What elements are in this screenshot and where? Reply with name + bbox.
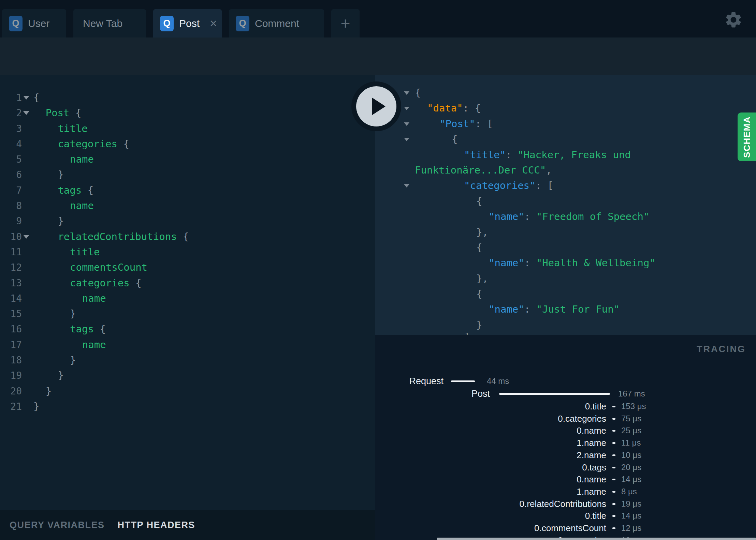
query-badge-icon: Q — [160, 16, 174, 31]
code-text: Post { — [46, 105, 82, 121]
tracing-resolver-time: 167 ms — [618, 388, 645, 400]
tracing-field-time: 19 μs — [621, 498, 641, 510]
query-line: 9} — [0, 213, 375, 229]
tracing-field-label: 0.relatedContributions — [520, 498, 606, 510]
tab-bar: QUserNew TabQPost×QComment + — [0, 0, 756, 38]
fold-arrow-icon[interactable] — [404, 122, 409, 126]
tracing-field-bar — [612, 406, 615, 407]
tracing-request-row: Request 44 ms — [375, 375, 756, 387]
tracing-field-label: 0.title — [585, 400, 606, 412]
fold-arrow-icon[interactable] — [404, 91, 409, 95]
code-text: } — [58, 213, 63, 229]
code-text: } — [33, 399, 39, 414]
execute-button[interactable] — [351, 81, 401, 131]
query-line: 7tags { — [0, 183, 375, 198]
query-line: 12commentsCount — [0, 260, 375, 275]
line-number: 11 — [0, 244, 22, 260]
response-line: }, — [375, 271, 756, 286]
tracing-field-row: 2.name10 μs — [375, 449, 756, 461]
code-text: }, — [476, 271, 488, 286]
horizontal-scrollbar[interactable] — [437, 538, 756, 540]
tracing-request-bar — [451, 380, 475, 382]
response-line: { — [375, 85, 756, 101]
response-line: }, — [375, 225, 756, 240]
code-text: name — [70, 152, 94, 167]
fold-arrow-icon[interactable] — [404, 184, 409, 188]
tracing-field-label: 0.name — [577, 424, 606, 437]
query-line: 14name — [0, 291, 375, 306]
line-number: 17 — [0, 337, 22, 352]
line-number: 6 — [0, 167, 22, 182]
response-line: Funktionäre...Der CCC", — [375, 163, 756, 178]
tab-post[interactable]: QPost× — [153, 9, 222, 38]
response-line: "title": "Hacker, Freaks und — [375, 147, 756, 163]
response-lines: {"data": {"Post": [{"title": "Hacker, Fr… — [375, 85, 756, 335]
fold-arrow-icon[interactable] — [23, 235, 29, 239]
tracing-field-bar — [612, 418, 615, 420]
code-text: "title": "Hacker, Freaks und — [464, 147, 631, 163]
query-line: 20} — [0, 384, 375, 399]
tracing-field-bar — [612, 515, 615, 517]
tracing-field-bar — [612, 491, 615, 493]
query-line: 18} — [0, 352, 375, 368]
tracing-field-time: 14 μs — [621, 510, 641, 522]
code-text: } — [58, 368, 63, 383]
schema-tab[interactable]: SCHEMA — [738, 112, 756, 161]
tracing-field-row: 0.commentsCount12 μs — [375, 522, 756, 534]
tracing-request-label: Request — [409, 375, 444, 387]
tracing-request-time: 44 ms — [487, 375, 509, 387]
fold-arrow-icon[interactable] — [23, 111, 29, 115]
tracing-field-label: 2.name — [577, 449, 606, 461]
code-text: "Post": [ — [439, 116, 493, 132]
code-text: "name": "Freedom of Speech" — [489, 209, 649, 224]
fold-arrow-icon[interactable] — [404, 138, 409, 141]
code-text: { — [476, 240, 482, 255]
response-line: "categories": [ — [375, 178, 756, 193]
http-headers-toggle[interactable]: HTTP HEADERS — [118, 520, 195, 530]
editor-footer: QUERY VARIABLES HTTP HEADERS — [0, 510, 375, 540]
tab-label: New Tab — [83, 18, 122, 29]
tracing-field-time: 153 μs — [621, 400, 646, 412]
line-number: 9 — [0, 213, 22, 229]
code-text: tags { — [70, 321, 106, 337]
response-pane: {"data": {"Post": [{"title": "Hacker, Fr… — [375, 75, 756, 335]
line-number: 20 — [0, 384, 22, 399]
code-text: "data": { — [427, 101, 481, 116]
tab-user[interactable]: QUser — [2, 9, 66, 38]
tracing-resolver-bar — [499, 393, 610, 395]
query-line: 19} — [0, 368, 375, 383]
code-text: } — [46, 384, 52, 399]
code-text: { — [33, 90, 39, 105]
response-line: { — [375, 194, 756, 209]
tracing-field-bar — [612, 430, 615, 432]
plus-icon: + — [340, 14, 350, 33]
line-number: 1 — [0, 90, 22, 105]
tracing-field-time: 25 μs — [621, 424, 641, 437]
tracing-panel: TRACING Request 44 ms Post 167 ms 0.titl… — [375, 335, 756, 540]
graphql-playground-window: QUserNew TabQPost×QComment + PRETTIFY HI… — [0, 0, 756, 540]
tracing-field-time: 75 μs — [621, 412, 641, 425]
query-editor[interactable]: 1{2Post {3title4categories {5name6}7tags… — [0, 75, 375, 510]
fold-arrow-icon[interactable] — [404, 107, 409, 110]
code-text: } — [70, 352, 76, 368]
tracing-field-bar — [612, 527, 615, 529]
tracing-field-time: 8 μs — [621, 485, 637, 498]
tracing-toggle[interactable]: TRACING — [697, 344, 746, 355]
add-tab-button[interactable]: + — [331, 9, 360, 38]
tracing-field-time: 10 μs — [621, 449, 641, 461]
close-tab-icon[interactable]: × — [210, 17, 217, 30]
tracing-field-row: 0.name14 μs — [375, 473, 756, 485]
settings-gear-icon[interactable] — [724, 10, 743, 29]
tab-comment[interactable]: QComment — [229, 9, 324, 38]
query-variables-toggle[interactable]: QUERY VARIABLES — [10, 520, 105, 530]
tab-new-tab[interactable]: New Tab — [73, 9, 146, 38]
query-line: 17name — [0, 337, 375, 352]
schema-tab-label: SCHEMA — [742, 116, 752, 158]
response-line: "data": { — [375, 101, 756, 116]
code-text: { — [476, 286, 482, 302]
query-badge-icon: Q — [236, 16, 249, 31]
tracing-field-label: 1.name — [577, 437, 606, 449]
query-line: 3title — [0, 121, 375, 136]
fold-arrow-icon[interactable] — [23, 96, 29, 100]
code-text: "name": "Just For Fun" — [489, 302, 620, 317]
